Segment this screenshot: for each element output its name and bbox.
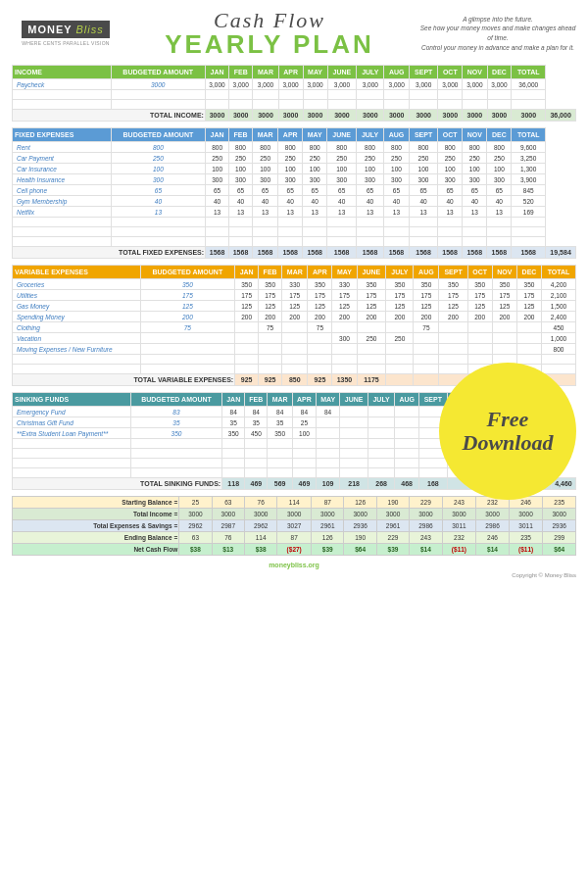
cell-value: 175 bbox=[492, 290, 516, 301]
cell-value: 175 bbox=[386, 290, 414, 301]
summary-cell: 76 bbox=[244, 497, 276, 509]
cell-value: 330 bbox=[332, 279, 357, 290]
logo-area: MONEY Bliss WHERE CENTS PARALLEL VISION bbox=[12, 21, 120, 46]
total-cell: 3000 bbox=[327, 110, 357, 122]
cell-value: 40 bbox=[357, 196, 384, 207]
cell-value: 250 bbox=[409, 153, 437, 164]
cell-value bbox=[235, 333, 259, 344]
cell-value: 100 bbox=[292, 428, 316, 439]
table-row: Utilities1751751751751751751751751751751… bbox=[13, 290, 576, 301]
cell-value: 350 bbox=[259, 279, 282, 290]
cell-value: 250 bbox=[206, 153, 229, 164]
cell-value bbox=[259, 333, 282, 344]
cell-value: 3,000 bbox=[357, 79, 384, 90]
cell-value: 65 bbox=[384, 185, 410, 196]
income-dec: DEC bbox=[487, 66, 512, 79]
row-label: Cell phone bbox=[13, 185, 112, 196]
table-row: Spending Money20020020020020020020020020… bbox=[13, 312, 576, 322]
budget-val: 300 bbox=[111, 174, 205, 185]
income-july: JULY bbox=[357, 66, 384, 79]
cell-value: 300 bbox=[278, 174, 303, 185]
table-row: Cell phone65656565656565656565656565845 bbox=[13, 185, 576, 196]
free-text: Free bbox=[487, 408, 529, 431]
cell-value: 100 bbox=[384, 164, 410, 174]
cell-value: 75 bbox=[414, 322, 439, 333]
cell-value: 3,000 bbox=[487, 79, 512, 90]
summary-cell: 3027 bbox=[277, 520, 312, 532]
cell-value: 13 bbox=[438, 207, 463, 218]
budget-val: 3000 bbox=[111, 79, 205, 90]
summary-row: Starting Balance =2563761148712619022924… bbox=[13, 497, 576, 509]
total-cell: 3000 bbox=[384, 110, 410, 122]
income-nov: NOV bbox=[463, 66, 487, 79]
budget-val: 175 bbox=[140, 290, 235, 301]
cell-value: 250 bbox=[386, 333, 414, 344]
total-cell: 850 bbox=[282, 374, 308, 386]
income-aug: AUG bbox=[384, 66, 410, 79]
cell-value: 84 bbox=[292, 407, 316, 417]
cell-value: 65 bbox=[438, 185, 463, 196]
table-row: Moving Expenses / New Furniture800 bbox=[13, 344, 576, 355]
budget-val: 75 bbox=[140, 322, 235, 333]
cell-value: 100 bbox=[357, 164, 384, 174]
sinking-section-label: SINKING FUNDS bbox=[13, 393, 131, 407]
row-label: Netflix bbox=[13, 207, 112, 218]
cell-value: 800 bbox=[487, 142, 512, 153]
cell-value: 125 bbox=[439, 301, 467, 312]
table-row: Gym Membership40404040404040404040404040… bbox=[13, 196, 576, 207]
cell-value bbox=[439, 333, 467, 344]
free-download-overlay[interactable]: Free Download bbox=[439, 363, 576, 500]
summary-cell: 126 bbox=[344, 497, 376, 509]
total-cell: 168 bbox=[419, 478, 447, 490]
cell-value: 300 bbox=[463, 174, 487, 185]
logo-tagline: WHERE CENTS PARALLEL VISION bbox=[22, 40, 110, 46]
cell-value: 200 bbox=[492, 312, 516, 322]
cell-value: 40 bbox=[278, 196, 303, 207]
cell-value: 300 bbox=[229, 174, 253, 185]
table-row: Paycheck30003,0003,0003,0003,0003,0003,0… bbox=[13, 79, 576, 90]
cell-value: 36,000 bbox=[512, 79, 546, 90]
subtitle-area: A glimpse into the future.See how your m… bbox=[419, 15, 576, 53]
cell-value bbox=[316, 428, 339, 439]
cell-value: 300 bbox=[206, 174, 229, 185]
summary-cell: 114 bbox=[244, 532, 276, 544]
cell-value bbox=[259, 344, 282, 355]
download-text: Download bbox=[463, 431, 554, 455]
cell-value bbox=[308, 344, 332, 355]
summary-cell: 3000 bbox=[179, 509, 212, 520]
cell-value bbox=[467, 344, 492, 355]
logo-money: MONEY bbox=[27, 24, 72, 35]
cell-value bbox=[340, 417, 368, 428]
cell-value: 845 bbox=[512, 185, 546, 196]
total-label: Total Income: bbox=[13, 110, 206, 122]
cell-value: 800 bbox=[438, 142, 463, 153]
total-cell: 268 bbox=[368, 478, 395, 490]
cell-value: 300 bbox=[303, 174, 327, 185]
row-label: Christmas Gift Fund bbox=[13, 417, 131, 428]
summary-cell: $64 bbox=[344, 544, 376, 556]
cell-value: 3,000 bbox=[253, 79, 278, 90]
cell-value: 800 bbox=[278, 142, 303, 153]
row-label: Gas Money bbox=[13, 301, 141, 312]
cell-value: 200 bbox=[357, 312, 386, 322]
income-jan: JAN bbox=[205, 66, 228, 79]
cell-value: 800 bbox=[357, 142, 384, 153]
cell-value: 175 bbox=[467, 290, 492, 301]
cell-value: 175 bbox=[259, 290, 282, 301]
summary-cell: 190 bbox=[344, 532, 376, 544]
summary-cell: 3011 bbox=[442, 520, 476, 532]
cell-value bbox=[517, 344, 542, 355]
cell-value: 125 bbox=[282, 301, 308, 312]
cell-value: 2,100 bbox=[541, 290, 575, 301]
cell-value: 65 bbox=[229, 185, 253, 196]
cell-value: 300 bbox=[487, 174, 512, 185]
total-cell: 118 bbox=[222, 478, 245, 490]
cell-value bbox=[308, 333, 332, 344]
cell-value: 350 bbox=[235, 279, 259, 290]
summary-cell: 235 bbox=[543, 497, 576, 509]
cell-value: 75 bbox=[259, 322, 282, 333]
row-label: Rent bbox=[13, 142, 112, 153]
cell-value: 40 bbox=[229, 196, 253, 207]
cell-value: 13 bbox=[303, 207, 327, 218]
cell-value bbox=[439, 322, 467, 333]
